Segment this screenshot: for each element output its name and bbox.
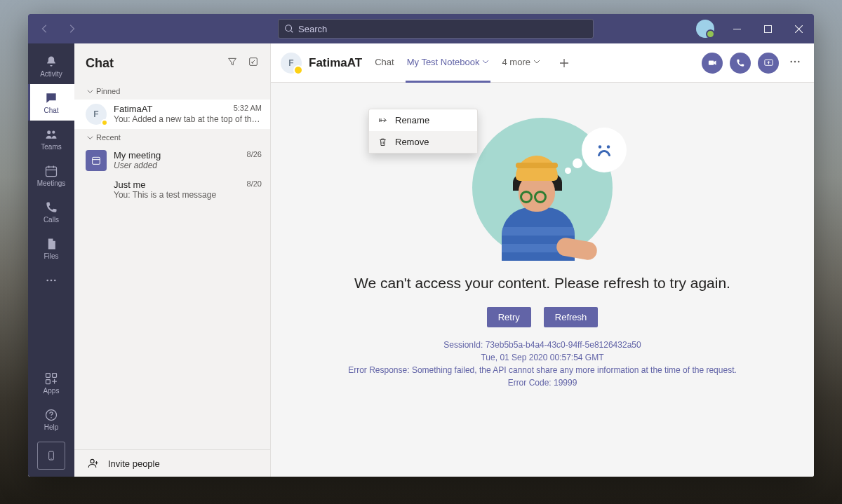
mobile-icon [46,450,57,461]
presence-away-icon [101,119,108,126]
chat-time: 8/20 [247,179,262,190]
svg-rect-2 [764,25,771,32]
add-tab-button[interactable] [556,55,573,71]
calendar-icon [91,155,102,166]
svg-rect-11 [46,379,51,383]
rail-label: Teams [41,143,61,151]
sad-face-icon [582,128,627,172]
chat-row-fatima[interactable]: F FatimaAT5:32 AM You: Added a new tab a… [74,100,270,129]
chat-icon [44,91,58,105]
search-input[interactable]: Search [278,19,594,39]
minimize-button[interactable] [721,14,752,43]
ctx-rename[interactable]: Rename [369,109,477,131]
svg-point-8 [54,280,56,282]
svg-point-13 [51,416,52,418]
svg-point-0 [286,25,292,32]
chat-name: My meeting [114,150,161,161]
svg-point-23 [798,60,800,62]
svg-rect-5 [46,167,57,176]
rail-label: Chat [44,107,58,114]
invite-people-button[interactable]: Invite people [74,449,270,477]
ctx-remove[interactable]: Remove [369,131,477,153]
rail-help[interactable]: Help [28,401,74,437]
conversation-more-button[interactable] [786,55,804,71]
svg-rect-17 [93,157,100,164]
video-icon [707,57,718,68]
chat-list-panel: Chat Pinned F FatimaAT5:32 AM You: Added… [74,43,271,477]
error-timestamp: Tue, 01 Sep 2020 00:57:54 GMT [348,351,737,364]
error-details: SessionId: 73eb5b5a-b4a4-43c0-94ff-5e812… [348,339,737,389]
chat-list-title: Chat [86,56,114,71]
filter-button[interactable] [227,56,238,70]
main-content: F FatimaAT Chat My Test Notebook 4 more [271,43,814,477]
chat-row-just-me[interactable]: Just me8/20 You: This is a test message [74,175,270,204]
svg-rect-19 [708,60,714,64]
error-illustration [472,118,613,258]
maximize-button[interactable] [752,14,783,43]
video-call-button[interactable] [702,53,723,74]
profile-avatar[interactable] [696,20,714,38]
rename-icon [377,115,388,125]
files-icon [44,237,58,251]
rail-download-mobile[interactable] [37,442,65,470]
trash-icon [377,137,388,147]
chat-time: 8/26 [247,150,262,161]
error-title: We can't access your content. Please ref… [354,275,730,292]
help-icon [44,408,58,422]
tab-my-test-notebook[interactable]: My Test Notebook [406,43,491,83]
svg-rect-9 [46,373,51,377]
conversation-tabs: Chat My Test Notebook 4 more [373,43,573,83]
chat-list-header: Chat [74,43,270,83]
title-bar: Search [28,14,814,43]
app-rail: Activity Chat Teams Meetings Calls Files [28,43,74,477]
svg-point-24 [599,145,602,149]
calendar-icon [44,164,58,178]
chat-preview: You: This is a test message [114,190,262,200]
teams-window: Search Activity Chat Teams [28,14,814,477]
forward-button[interactable] [62,19,81,39]
rail-files[interactable]: Files [28,230,74,266]
svg-rect-1 [733,29,741,29]
rail-meetings[interactable]: Meetings [28,157,74,193]
new-chat-button[interactable] [248,56,259,70]
chat-time: 5:32 AM [234,104,262,114]
chat-name: Just me [114,179,146,190]
pinned-section[interactable]: Pinned [74,83,270,100]
rail-apps[interactable]: Apps [28,365,74,401]
rail-teams[interactable]: Teams [28,121,74,157]
chevron-down-icon [533,58,540,65]
svg-point-21 [790,60,792,62]
teams-icon [44,128,58,142]
share-icon [763,57,774,68]
rail-label: Meetings [37,179,66,187]
refresh-button[interactable]: Refresh [544,307,599,327]
svg-point-7 [51,280,53,282]
chevron-down-icon [482,58,489,65]
rail-label: Calls [44,216,59,224]
recent-section[interactable]: Recent [74,129,270,146]
plus-icon [559,58,569,68]
chat-row-my-meeting[interactable]: My meeting8/26 User added [74,146,270,175]
audio-call-button[interactable] [730,53,751,74]
apps-icon [44,372,58,386]
chat-preview: You: Added a new tab at the top of this.… [114,114,262,124]
close-button[interactable] [783,14,814,43]
search-placeholder: Search [298,24,327,34]
retry-button[interactable]: Retry [487,307,531,327]
rail-calls[interactable]: Calls [28,193,74,230]
svg-point-22 [794,60,796,62]
back-button[interactable] [35,19,55,39]
tab-chat[interactable]: Chat [373,43,395,83]
rail-activity[interactable]: Activity [28,48,74,84]
chat-preview: User added [114,161,262,170]
share-screen-button[interactable] [758,53,779,74]
conversation-avatar: F [281,53,302,74]
rail-chat[interactable]: Chat [28,84,74,121]
conversation-header: F FatimaAT Chat My Test Notebook 4 more [271,43,814,83]
error-content: We can't access your content. Please ref… [271,83,814,477]
tab-more[interactable]: 4 more [500,43,541,83]
rail-more[interactable] [28,266,74,294]
bell-icon [44,55,58,69]
phone-icon [735,58,745,68]
chevron-down-icon [87,135,93,141]
